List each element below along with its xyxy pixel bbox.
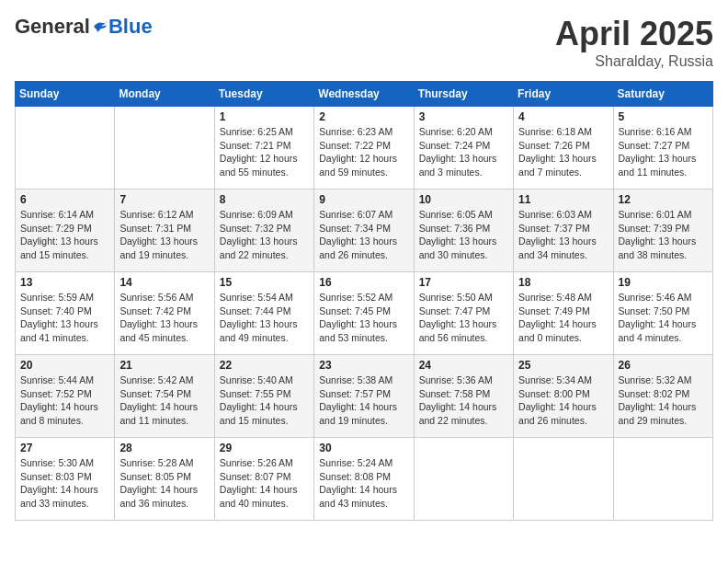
day-info: Sunrise: 6:18 AM Sunset: 7:26 PM Dayligh… [518, 125, 608, 179]
header-wednesday: Wednesday [314, 82, 414, 107]
calendar-week-row: 6Sunrise: 6:14 AM Sunset: 7:29 PM Daylig… [16, 190, 713, 272]
calendar-week-row: 20Sunrise: 5:44 AM Sunset: 7:52 PM Dayli… [16, 355, 713, 438]
day-number: 4 [518, 110, 608, 123]
day-number: 9 [319, 193, 408, 206]
day-number: 5 [619, 110, 708, 123]
header-saturday: Saturday [613, 82, 712, 107]
day-info: Sunrise: 5:48 AM Sunset: 7:49 PM Dayligh… [518, 291, 608, 345]
day-number: 15 [220, 276, 309, 289]
day-info: Sunrise: 6:09 AM Sunset: 7:32 PM Dayligh… [220, 208, 309, 262]
calendar-cell [414, 438, 513, 521]
calendar-cell: 30Sunrise: 5:24 AM Sunset: 8:08 PM Dayli… [314, 438, 414, 521]
day-number: 17 [419, 276, 508, 289]
day-info: Sunrise: 6:25 AM Sunset: 7:21 PM Dayligh… [220, 125, 309, 179]
calendar-week-row: 1Sunrise: 6:25 AM Sunset: 7:21 PM Daylig… [16, 107, 713, 190]
calendar-cell: 23Sunrise: 5:38 AM Sunset: 7:57 PM Dayli… [314, 355, 414, 438]
day-info: Sunrise: 6:14 AM Sunset: 7:29 PM Dayligh… [20, 208, 109, 262]
calendar-week-row: 13Sunrise: 5:59 AM Sunset: 7:40 PM Dayli… [16, 272, 713, 355]
day-info: Sunrise: 6:03 AM Sunset: 7:37 PM Dayligh… [518, 208, 608, 262]
day-info: Sunrise: 5:44 AM Sunset: 7:52 PM Dayligh… [20, 373, 109, 428]
calendar-cell [16, 107, 115, 190]
day-number: 25 [518, 359, 608, 372]
day-info: Sunrise: 5:28 AM Sunset: 8:05 PM Dayligh… [119, 456, 209, 511]
header-tuesday: Tuesday [214, 82, 313, 107]
calendar-cell [115, 107, 214, 190]
day-number: 30 [319, 442, 408, 454]
day-info: Sunrise: 6:01 AM Sunset: 7:39 PM Dayligh… [619, 208, 708, 262]
calendar-cell: 8Sunrise: 6:09 AM Sunset: 7:32 PM Daylig… [214, 190, 313, 272]
day-info: Sunrise: 6:16 AM Sunset: 7:27 PM Dayligh… [619, 125, 708, 179]
day-number: 20 [20, 359, 109, 372]
calendar-cell: 12Sunrise: 6:01 AM Sunset: 7:39 PM Dayli… [613, 190, 712, 272]
calendar-cell: 25Sunrise: 5:34 AM Sunset: 8:00 PM Dayli… [514, 355, 613, 438]
calendar-cell: 9Sunrise: 6:07 AM Sunset: 7:34 PM Daylig… [314, 190, 414, 272]
day-number: 24 [419, 359, 508, 372]
header-thursday: Thursday [414, 82, 513, 107]
day-info: Sunrise: 5:26 AM Sunset: 8:07 PM Dayligh… [220, 456, 309, 511]
calendar-cell: 6Sunrise: 6:14 AM Sunset: 7:29 PM Daylig… [16, 190, 115, 272]
header-monday: Monday [115, 82, 214, 107]
calendar-cell: 7Sunrise: 6:12 AM Sunset: 7:31 PM Daylig… [115, 190, 214, 272]
calendar-cell [613, 438, 712, 521]
calendar-cell: 27Sunrise: 5:30 AM Sunset: 8:03 PM Dayli… [16, 438, 115, 521]
day-info: Sunrise: 6:12 AM Sunset: 7:31 PM Dayligh… [119, 208, 209, 262]
calendar-cell: 20Sunrise: 5:44 AM Sunset: 7:52 PM Dayli… [16, 355, 115, 438]
day-number: 3 [419, 110, 508, 123]
title-block: April 2025 Sharalday, Russia [555, 15, 713, 70]
day-info: Sunrise: 5:42 AM Sunset: 7:54 PM Dayligh… [119, 373, 209, 428]
calendar-cell: 17Sunrise: 5:50 AM Sunset: 7:47 PM Dayli… [414, 272, 513, 355]
day-number: 19 [619, 276, 708, 289]
logo: General Blue [15, 15, 153, 39]
calendar-cell: 11Sunrise: 6:03 AM Sunset: 7:37 PM Dayli… [514, 190, 613, 272]
calendar-cell: 14Sunrise: 5:56 AM Sunset: 7:42 PM Dayli… [115, 272, 214, 355]
day-number: 29 [220, 442, 309, 454]
calendar-cell: 16Sunrise: 5:52 AM Sunset: 7:45 PM Dayli… [314, 272, 414, 355]
day-info: Sunrise: 5:36 AM Sunset: 7:58 PM Dayligh… [419, 373, 508, 428]
calendar-week-row: 27Sunrise: 5:30 AM Sunset: 8:03 PM Dayli… [16, 438, 713, 521]
day-info: Sunrise: 5:56 AM Sunset: 7:42 PM Dayligh… [119, 291, 209, 345]
day-number: 14 [119, 276, 209, 289]
calendar-cell: 22Sunrise: 5:40 AM Sunset: 7:55 PM Dayli… [214, 355, 313, 438]
day-info: Sunrise: 5:52 AM Sunset: 7:45 PM Dayligh… [319, 291, 408, 345]
day-number: 22 [220, 359, 309, 372]
day-number: 18 [518, 276, 608, 289]
calendar-cell: 13Sunrise: 5:59 AM Sunset: 7:40 PM Dayli… [16, 272, 115, 355]
day-number: 10 [419, 193, 508, 206]
day-number: 23 [319, 359, 408, 372]
day-info: Sunrise: 5:34 AM Sunset: 8:00 PM Dayligh… [518, 373, 608, 428]
day-info: Sunrise: 5:50 AM Sunset: 7:47 PM Dayligh… [419, 291, 508, 345]
day-number: 6 [20, 193, 109, 206]
day-number: 21 [119, 359, 209, 372]
day-number: 28 [119, 442, 209, 454]
day-info: Sunrise: 5:59 AM Sunset: 7:40 PM Dayligh… [20, 291, 109, 345]
calendar-cell: 2Sunrise: 6:23 AM Sunset: 7:22 PM Daylig… [314, 107, 414, 190]
day-info: Sunrise: 5:46 AM Sunset: 7:50 PM Dayligh… [619, 291, 708, 345]
calendar-cell: 29Sunrise: 5:26 AM Sunset: 8:07 PM Dayli… [214, 438, 313, 521]
day-info: Sunrise: 5:54 AM Sunset: 7:44 PM Dayligh… [220, 291, 309, 345]
calendar-cell: 4Sunrise: 6:18 AM Sunset: 7:26 PM Daylig… [514, 107, 613, 190]
day-number: 16 [319, 276, 408, 289]
day-info: Sunrise: 6:05 AM Sunset: 7:36 PM Dayligh… [419, 208, 508, 262]
day-number: 11 [518, 193, 608, 206]
calendar-cell [514, 438, 613, 521]
day-info: Sunrise: 5:38 AM Sunset: 7:57 PM Dayligh… [319, 373, 408, 428]
calendar-cell: 21Sunrise: 5:42 AM Sunset: 7:54 PM Dayli… [115, 355, 214, 438]
logo-bird-icon [92, 19, 108, 34]
calendar-cell: 19Sunrise: 5:46 AM Sunset: 7:50 PM Dayli… [613, 272, 712, 355]
calendar-cell: 1Sunrise: 6:25 AM Sunset: 7:21 PM Daylig… [214, 107, 313, 190]
calendar-cell: 5Sunrise: 6:16 AM Sunset: 7:27 PM Daylig… [613, 107, 712, 190]
day-info: Sunrise: 5:40 AM Sunset: 7:55 PM Dayligh… [220, 373, 309, 428]
day-info: Sunrise: 5:24 AM Sunset: 8:08 PM Dayligh… [319, 456, 408, 511]
calendar-cell: 3Sunrise: 6:20 AM Sunset: 7:24 PM Daylig… [414, 107, 513, 190]
day-info: Sunrise: 6:07 AM Sunset: 7:34 PM Dayligh… [319, 208, 408, 262]
calendar-cell: 18Sunrise: 5:48 AM Sunset: 7:49 PM Dayli… [514, 272, 613, 355]
day-number: 7 [119, 193, 209, 206]
header-sunday: Sunday [16, 82, 115, 107]
day-number: 26 [619, 359, 708, 372]
calendar-table: SundayMondayTuesdayWednesdayThursdayFrid… [15, 81, 713, 521]
calendar-cell: 26Sunrise: 5:32 AM Sunset: 8:02 PM Dayli… [613, 355, 712, 438]
calendar-cell: 10Sunrise: 6:05 AM Sunset: 7:36 PM Dayli… [414, 190, 513, 272]
day-number: 8 [220, 193, 309, 206]
header-friday: Friday [514, 82, 613, 107]
calendar-header-row: SundayMondayTuesdayWednesdayThursdayFrid… [16, 82, 713, 107]
